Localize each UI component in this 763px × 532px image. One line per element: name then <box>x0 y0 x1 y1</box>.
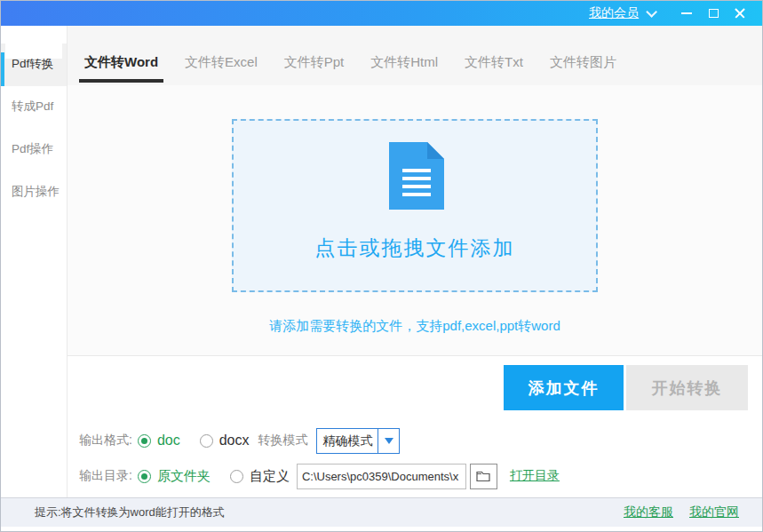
sidebar-item-pdf-convert[interactable]: Pdf转换 <box>1 44 67 86</box>
app-window: 我的会员 Pdf转换 转成Pdf Pdf操作 图片操作 文件转Word 文件转E… <box>0 0 763 532</box>
tab-label: 文件转Word <box>84 54 158 69</box>
render-glitch-overlay <box>5 44 62 59</box>
browse-folder-button[interactable] <box>470 464 497 489</box>
status-tip: 提示:将文件转换为word能打开的格式 <box>35 504 608 520</box>
tab-label: 文件转Excel <box>185 54 258 69</box>
tab-label: 文件转图片 <box>550 54 616 69</box>
titlebar: 我的会员 <box>1 1 762 26</box>
my-membership-link[interactable]: 我的会员 <box>589 5 639 21</box>
maximize-button[interactable] <box>700 3 727 24</box>
add-file-button[interactable]: 添加文件 <box>504 365 624 410</box>
tab-file-to-word[interactable]: 文件转Word <box>79 54 163 85</box>
close-icon <box>735 8 745 19</box>
document-icon <box>389 142 444 213</box>
sidebar-item-to-pdf[interactable]: 转成Pdf <box>1 86 67 129</box>
tab-label: 文件转Ppt <box>284 54 345 69</box>
start-convert-button[interactable]: 开始转换 <box>626 365 748 410</box>
sidebar-item-label: 图片操作 <box>12 184 60 200</box>
radio-custom-dir[interactable] <box>230 470 243 483</box>
statusbar: 提示:将文件转换为word能打开的格式 我的客服 我的官网 <box>1 497 762 527</box>
tab-file-to-excel[interactable]: 文件转Excel <box>179 54 263 85</box>
dropzone-text: 点击或拖拽文件添加 <box>234 234 596 262</box>
sidebar-item-pdf-ops[interactable]: Pdf操作 <box>1 129 67 171</box>
radio-source-folder-label[interactable]: 原文件夹 <box>157 468 211 485</box>
open-directory-link[interactable]: 打开目录 <box>510 468 560 484</box>
folder-icon <box>476 471 490 482</box>
sidebar-item-image-ops[interactable]: 图片操作 <box>1 171 67 214</box>
maximize-icon <box>709 9 719 18</box>
customer-service-link[interactable]: 我的客服 <box>624 504 673 520</box>
chevron-down-icon[interactable] <box>646 6 657 18</box>
file-dropzone[interactable]: 点击或拖拽文件添加 <box>232 119 598 292</box>
tab-file-to-html[interactable]: 文件转Html <box>365 54 443 85</box>
output-format-row: 输出格式: doc docx 转换模式 精确模式 <box>79 427 400 454</box>
tab-file-to-txt[interactable]: 文件转Txt <box>459 54 529 85</box>
radio-doc[interactable] <box>138 434 151 448</box>
tabbar: 文件转Word 文件转Excel 文件转Ppt 文件转Html 文件转Txt 文… <box>68 26 762 85</box>
close-button[interactable] <box>727 3 753 24</box>
minimize-icon <box>681 12 692 14</box>
output-dir-row: 输出目录: 原文件夹 自定义 打开目录 <box>79 463 560 489</box>
tab-label: 文件转Html <box>370 54 438 69</box>
convert-mode-select[interactable]: 精确模式 <box>316 428 400 454</box>
minimize-button[interactable] <box>673 3 700 24</box>
tab-file-to-ppt[interactable]: 文件转Ppt <box>279 54 350 85</box>
dropdown-arrow-icon <box>378 429 399 453</box>
sidebar-item-label: 转成Pdf <box>12 99 53 115</box>
tab-file-to-image[interactable]: 文件转图片 <box>544 54 622 85</box>
radio-source-folder[interactable] <box>138 470 151 483</box>
radio-custom-dir-label[interactable]: 自定义 <box>250 468 290 485</box>
convert-mode-label: 转换模式 <box>258 433 307 449</box>
convert-mode-value: 精确模式 <box>317 429 378 453</box>
sidebar: Pdf转换 转成Pdf Pdf操作 图片操作 <box>1 26 68 497</box>
tab-label: 文件转Txt <box>465 54 523 69</box>
dropzone-hint: 请添加需要转换的文件，支持pdf,excel,ppt转word <box>232 318 598 335</box>
output-format-label: 输出格式: <box>79 433 132 449</box>
lower-panel: 添加文件 开始转换 输出格式: doc docx 转换模式 精确模式 输出目录:… <box>68 356 762 499</box>
active-tab-underline <box>79 79 163 83</box>
radio-docx[interactable] <box>200 434 213 448</box>
main-content: 点击或拖拽文件添加 请添加需要转换的文件，支持pdf,excel,ppt转wor… <box>68 85 762 356</box>
active-stripe <box>1 52 4 86</box>
output-dir-label: 输出目录: <box>79 468 132 484</box>
radio-docx-label[interactable]: docx <box>219 433 250 449</box>
sidebar-item-label: Pdf操作 <box>12 141 53 157</box>
official-site-link[interactable]: 我的官网 <box>689 504 739 520</box>
radio-doc-label[interactable]: doc <box>157 433 180 449</box>
output-path-input[interactable] <box>297 464 466 489</box>
